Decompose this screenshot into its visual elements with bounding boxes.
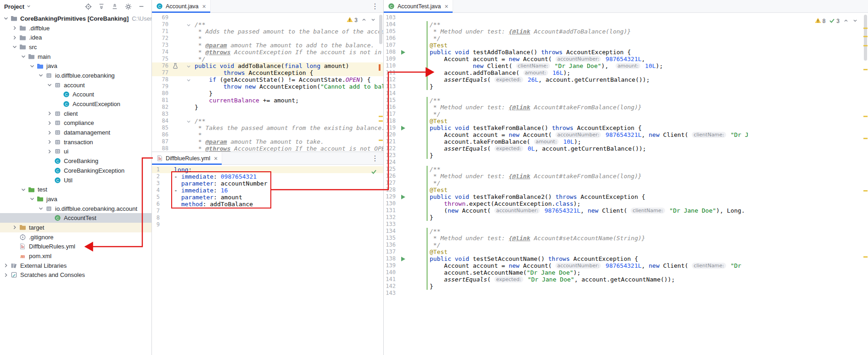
line-number[interactable]: 9 (152, 221, 162, 228)
code-line[interactable]: 126 * Method under test: {@link Account#… (384, 173, 868, 180)
tree-item-corebanking[interactable]: CCoreBanking (0, 156, 151, 166)
code-line[interactable]: 121 account.takeFromBalance( amount: 10L… (384, 138, 868, 145)
line-number[interactable]: 119 (384, 124, 398, 131)
line-number[interactable]: 143 (384, 290, 398, 297)
warning-stripe-mark[interactable] (863, 45, 868, 46)
line-number[interactable]: 107 (384, 42, 398, 49)
code-line[interactable]: 103 (384, 14, 868, 21)
code-line[interactable]: 141 assertEquals( expected: "Dr Jane Doe… (384, 276, 868, 283)
gutter[interactable] (171, 14, 195, 21)
gutter[interactable] (398, 69, 430, 76)
line-number[interactable]: 137 (384, 248, 398, 255)
gutter[interactable] (171, 145, 195, 152)
code-line[interactable]: 133 (384, 221, 868, 228)
gutter[interactable] (398, 56, 430, 62)
gutter[interactable] (162, 187, 174, 194)
line-number[interactable]: 124 (384, 159, 398, 166)
warning-stripe-mark[interactable] (379, 120, 383, 122)
chevron-right-icon[interactable] (45, 129, 53, 136)
prev-issue-icon[interactable] (361, 17, 367, 24)
code-line[interactable]: 114 (384, 90, 868, 97)
tree-item--diffblue[interactable]: .diffblue (0, 23, 151, 33)
line-number[interactable]: 106 (384, 35, 398, 42)
warning-stripe-mark[interactable] (863, 138, 868, 139)
line-number[interactable]: 133 (384, 221, 398, 228)
gutter[interactable] (398, 49, 430, 56)
tree-item-accountexception[interactable]: CAccountException (0, 99, 151, 109)
warning-stripe-mark[interactable] (379, 140, 383, 141)
line-number[interactable]: 80 (152, 90, 171, 97)
code-line[interactable]: 140 account.setAccountName("Dr Jane Doe"… (384, 269, 868, 276)
gutter[interactable] (398, 200, 430, 207)
gutter[interactable] (171, 42, 195, 49)
gutter[interactable] (398, 221, 430, 228)
line-number[interactable]: 130 (384, 200, 398, 207)
gutter[interactable] (398, 193, 430, 200)
gutter[interactable] (398, 180, 430, 186)
line-number[interactable]: 117 (384, 111, 398, 118)
gutter[interactable] (398, 35, 430, 42)
code-line[interactable]: 80 } (152, 90, 383, 97)
gutter[interactable] (171, 21, 195, 28)
gutter[interactable] (398, 214, 430, 221)
line-number[interactable]: 5 (152, 194, 162, 201)
line-number[interactable]: 110 (384, 62, 398, 69)
prev-issue-icon[interactable] (843, 18, 849, 25)
code-line[interactable]: 142} (384, 283, 868, 290)
code-line[interactable]: 138public void testSetAccountName() thro… (384, 255, 868, 262)
gutter[interactable] (171, 69, 195, 76)
gutter[interactable] (398, 14, 430, 21)
line-number[interactable]: 2 (152, 173, 162, 180)
gutter[interactable] (171, 131, 195, 138)
code-line[interactable]: 123} (384, 152, 868, 159)
line-number[interactable]: 122 (384, 145, 398, 152)
chevron-right-icon[interactable] (2, 262, 10, 269)
chevron-down-icon[interactable] (28, 62, 36, 70)
gutter[interactable] (398, 131, 430, 138)
line-number[interactable]: 123 (384, 152, 398, 159)
code-line[interactable]: 130 thrown.expect(AccountException.class… (384, 200, 868, 207)
gutter[interactable] (171, 83, 195, 90)
tree-item--gitignore[interactable]: .gitignore (0, 232, 151, 242)
line-number[interactable]: 125 (384, 166, 398, 173)
tree-item-scratches-and-consoles[interactable]: Scratches and Consoles (0, 270, 151, 280)
line-number[interactable]: 128 (384, 186, 398, 193)
code-line[interactable]: 132} (384, 214, 868, 221)
gutter[interactable] (398, 186, 430, 193)
gutter[interactable] (398, 97, 430, 104)
line-number[interactable]: 3 (152, 180, 162, 187)
next-issue-icon[interactable] (852, 18, 858, 25)
code-line[interactable]: 119public void testTakeFromBalance() thr… (384, 124, 868, 131)
line-number[interactable]: 115 (384, 97, 398, 104)
line-number[interactable]: 86 (152, 131, 171, 138)
gutter[interactable] (171, 56, 195, 62)
line-number[interactable]: 71 (152, 28, 171, 35)
gutter[interactable] (398, 276, 430, 283)
line-number[interactable]: 126 (384, 173, 398, 180)
tab-diffbluerules-yml[interactable]: DiffblueRules.yml × (152, 152, 222, 165)
line-number[interactable]: 131 (384, 207, 398, 214)
line-number[interactable]: 105 (384, 28, 398, 35)
code-line[interactable]: 88 * @throws AccountException If the acc… (152, 145, 383, 152)
line-number[interactable]: 74 (152, 49, 171, 56)
chevron-right-icon[interactable] (11, 34, 18, 41)
code-line[interactable]: 6 method: addToBalance (152, 201, 383, 208)
gutter[interactable] (398, 118, 430, 124)
line-number[interactable]: 140 (384, 269, 398, 276)
code-line[interactable]: 137@Test (384, 248, 868, 255)
chevron-right-icon[interactable] (11, 224, 18, 231)
tree-item-account[interactable]: CAccount (0, 90, 151, 100)
locate-file-icon[interactable] (84, 3, 92, 10)
gutter[interactable] (171, 62, 195, 69)
chevron-down-icon[interactable] (37, 205, 45, 212)
code-line[interactable]: 110 new Client( clientName: "Dr Jane Doe… (384, 62, 868, 69)
code-line[interactable]: 124 (384, 159, 868, 166)
code-line[interactable]: 131 (new Account( accountNumber: 9876543… (384, 207, 868, 214)
line-number[interactable]: 127 (384, 180, 398, 186)
code-line[interactable]: 7 (152, 208, 383, 214)
code-line[interactable]: 135 * Method under test: {@link Account#… (384, 235, 868, 242)
code-line[interactable]: 125/** (384, 166, 868, 173)
chevron-down-icon[interactable] (19, 186, 27, 193)
code-line[interactable]: 75 */ (152, 56, 383, 62)
line-number[interactable]: 79 (152, 83, 171, 90)
